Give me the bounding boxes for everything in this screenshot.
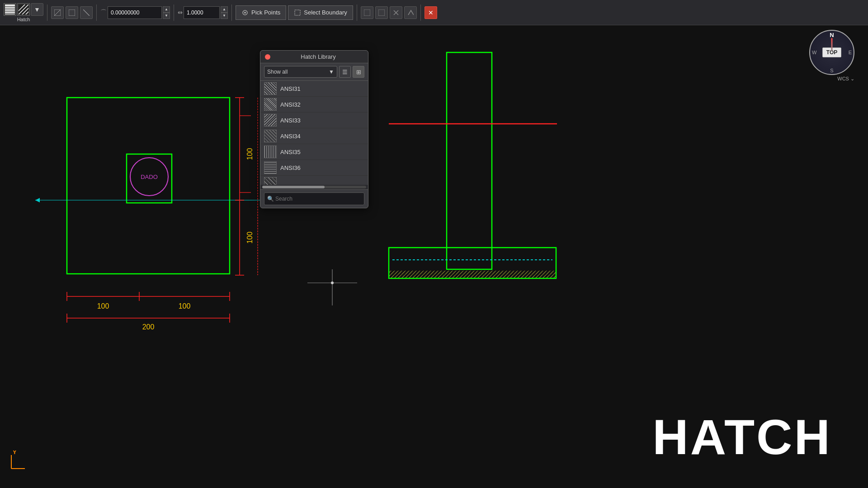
hatch-name-ansi33: ANSI33 — [280, 117, 301, 124]
svg-line-14 — [83, 9, 90, 16]
hatch-icon-angled[interactable] — [17, 3, 30, 16]
dimension-100a: 100 — [97, 302, 109, 310]
dropdown-chevron-icon: ▼ — [329, 69, 334, 75]
hatch-preview-ansi36 — [264, 161, 277, 174]
svg-rect-49 — [389, 271, 556, 278]
divider-5 — [357, 5, 357, 21]
hatch-item-ansi36[interactable]: ANSI36 — [260, 160, 368, 176]
search-icon: 🔍 — [267, 196, 274, 202]
hatch-preview-ansi34 — [264, 130, 277, 142]
dimension-100b: 100 — [179, 302, 191, 310]
toolbar-small-btn-1[interactable] — [51, 6, 64, 19]
divider-6 — [420, 5, 421, 21]
dialog-close-button[interactable] — [265, 54, 270, 60]
dimension-100c: 100 — [246, 148, 254, 160]
select-boundary-icon — [294, 9, 301, 16]
hatch-name-ansi32: ANSI32 — [280, 101, 301, 108]
hatch-watermark-text: HATCH — [652, 408, 832, 465]
select-boundary-button[interactable]: Select Boundary — [288, 5, 353, 20]
compass-needle — [831, 38, 833, 52]
hatch-item-ansi33[interactable]: ANSI33 — [260, 113, 368, 128]
svg-line-12 — [54, 9, 61, 16]
scale-spin-down[interactable]: ▼ — [221, 13, 228, 19]
toolbar-extra-btn-2[interactable] — [375, 6, 388, 19]
toolbar-extra-btn-4[interactable] — [404, 6, 417, 19]
hatch-item-ansi34[interactable]: ANSI34 — [260, 128, 368, 144]
angle-spin-down[interactable]: ▼ — [163, 13, 170, 19]
horizontal-scrollbar[interactable] — [262, 186, 366, 188]
hatch-dropdown-btn[interactable]: ▼ — [31, 3, 43, 16]
search-wrapper: 🔍 — [264, 192, 364, 205]
scale-spin-up[interactable]: ▲ — [221, 6, 228, 13]
show-all-label: Show all — [267, 69, 288, 75]
hatch-name-ansi34: ANSI34 — [280, 133, 301, 140]
divider-2 — [96, 5, 97, 21]
select-boundary-label: Select Boundary — [304, 9, 347, 16]
wcs-label[interactable]: WCS ⌄ — [809, 76, 854, 82]
xy-axis-indicator: Y — [9, 450, 27, 474]
hatch-preview-ansi33 — [264, 114, 277, 127]
hatch-name-ansi31: ANSI31 — [280, 85, 301, 92]
hatch-library-dialog: Hatch Library Show all ▼ ☰ ⊞ ANSI31 ANSI… — [260, 50, 368, 208]
toolbar-small-btn-3[interactable] — [80, 6, 93, 19]
hatch-item-ansi32[interactable]: ANSI32 — [260, 97, 368, 113]
hatch-item-ansi37[interactable] — [260, 176, 368, 185]
svg-marker-27 — [35, 198, 40, 202]
main-canvas: DADO 100 100 200 100 100 — [0, 25, 868, 488]
svg-rect-0 — [5, 5, 15, 14]
list-view-button[interactable]: ☰ — [339, 66, 351, 78]
scale-input[interactable] — [184, 6, 220, 19]
hatch-preview-ansi35 — [264, 145, 277, 158]
pick-points-icon — [241, 9, 249, 16]
main-toolbar: ▼ Hatch ⌒ ▲ ▼ ⇔ ▲ ▼ Pick Points — [0, 0, 868, 25]
hatch-label: Hatch — [17, 17, 30, 22]
pick-points-label: Pick Points — [251, 9, 280, 16]
hatch-item-ansi35[interactable]: ANSI35 — [260, 144, 368, 160]
svg-rect-45 — [447, 52, 492, 269]
hatch-name-ansi35: ANSI35 — [280, 149, 301, 155]
divider-4 — [231, 5, 232, 21]
dialog-titlebar: Hatch Library — [260, 51, 368, 63]
scale-icon: ⇔ — [178, 9, 183, 16]
dimension-200: 200 — [142, 323, 155, 331]
pick-points-button[interactable]: Pick Points — [236, 5, 286, 20]
compass-north-label: N — [830, 32, 834, 38]
hatch-preview-ansi31 — [264, 82, 277, 95]
hatch-tool-group: ▼ Hatch — [4, 3, 43, 22]
svg-rect-17 — [295, 10, 300, 15]
hatch-preview-ansi32 — [264, 98, 277, 111]
angle-input[interactable] — [108, 6, 162, 19]
svg-text:DADO: DADO — [141, 174, 158, 180]
angle-icon: ⌒ — [100, 9, 107, 17]
svg-rect-22 — [67, 98, 230, 274]
toolbar-small-btn-2[interactable] — [66, 6, 78, 19]
divider-3 — [174, 5, 174, 21]
svg-rect-18 — [364, 9, 370, 16]
show-all-dropdown[interactable]: Show all ▼ — [264, 66, 337, 78]
compass-east-label: E — [849, 50, 852, 55]
compass-west-label: W — [812, 50, 816, 55]
dimension-100d: 100 — [246, 232, 254, 244]
toolbar-close-button[interactable]: ✕ — [425, 6, 437, 19]
svg-rect-13 — [69, 9, 75, 16]
compass-ring: N S E W TOP — [809, 30, 854, 75]
svg-text:Y: Y — [13, 450, 17, 455]
hatch-search-input[interactable] — [264, 192, 364, 205]
toolbar-extra-btn-1[interactable] — [361, 6, 373, 19]
hatch-list: ANSI31 ANSI32 ANSI33 ANSI34 ANSI35 ANSI3… — [260, 81, 368, 185]
hatch-search-area: 🔍 — [260, 189, 368, 208]
hatch-item-ansi31[interactable]: ANSI31 — [260, 81, 368, 97]
grid-view-button[interactable]: ⊞ — [353, 66, 364, 78]
hatch-icon-solid[interactable] — [4, 3, 16, 16]
scale-input-group: ⇔ ▲ ▼ — [178, 6, 228, 19]
hatch-preview-ansi37 — [264, 177, 277, 185]
svg-point-53 — [331, 282, 334, 284]
compass-south-label: S — [830, 68, 833, 73]
angle-spin-up[interactable]: ▲ — [163, 6, 170, 13]
divider-1 — [47, 5, 47, 21]
dialog-title: Hatch Library — [273, 53, 363, 60]
svg-rect-19 — [378, 9, 385, 16]
svg-point-16 — [244, 12, 246, 14]
toolbar-extra-btn-3[interactable] — [390, 6, 402, 19]
dialog-controls: Show all ▼ ☰ ⊞ — [260, 63, 368, 81]
